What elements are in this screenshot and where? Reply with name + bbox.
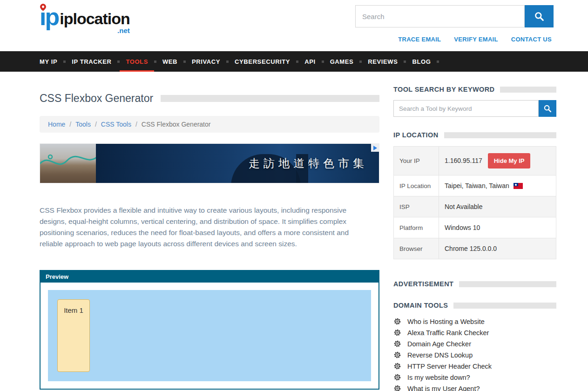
nav-item-blog[interactable]: BLOG xyxy=(406,51,437,72)
nav-item-cybersecurity[interactable]: CYBERSECURITY xyxy=(229,51,296,72)
heading-decoration-bar xyxy=(459,281,556,287)
ad-image-left xyxy=(40,144,96,183)
row-label: Your IP xyxy=(394,147,439,175)
trace-email-link[interactable]: TRACE EMAIL xyxy=(398,36,441,43)
table-row-isp: ISP Not Available xyxy=(394,196,556,217)
tool-description: CSS Flexbox provides a flexible and intu… xyxy=(40,205,368,249)
breadcrumb: Home / Tools / CSS Tools / CSS Flexbox G… xyxy=(40,116,379,133)
nav-item-my-ip[interactable]: MY IP xyxy=(34,51,63,72)
header-search-input[interactable] xyxy=(355,5,525,27)
table-row-ip-location: IP Location Taipei, Taiwan, Taiwan xyxy=(394,175,556,196)
logo-text: iplocation .net xyxy=(60,11,130,35)
ip-location-value: Taipei, Taiwan, Taiwan xyxy=(445,182,509,189)
advertisement-section: ADVERTISEMENT xyxy=(393,280,556,288)
domain-tool-link-user-agent[interactable]: What is my User Agent? xyxy=(407,385,480,391)
breadcrumb-home[interactable]: Home xyxy=(48,121,65,128)
nav-item-ip-tracker[interactable]: IP TRACKER xyxy=(66,51,117,72)
contact-us-link[interactable]: CONTACT US xyxy=(511,36,552,43)
preview-panel: Preview Item 1 xyxy=(40,270,379,390)
breadcrumb-tools[interactable]: Tools xyxy=(75,121,91,128)
heading-decoration-bar xyxy=(444,132,556,138)
gear-icon xyxy=(393,384,401,391)
domain-tool-link-domain-age[interactable]: Domain Age Checker xyxy=(407,340,471,348)
tool-search-button[interactable] xyxy=(539,100,556,117)
row-label: Browser xyxy=(394,238,439,259)
domain-tool-link-alexa-rank[interactable]: Alexa Traffic Rank Checker xyxy=(407,329,489,337)
row-label: IP Location xyxy=(394,175,439,196)
domain-tool-link-hosting[interactable]: Who is Hosting a Website xyxy=(407,318,485,325)
logo-tld-text: .net xyxy=(117,27,130,35)
heading-decoration-bar xyxy=(453,303,556,309)
location-pin-icon xyxy=(39,2,47,11)
nav-item-games[interactable]: GAMES xyxy=(324,51,360,72)
page-title: CSS Flexbox Generator xyxy=(40,92,153,105)
preview-title: Preview xyxy=(46,273,68,280)
ip-location-heading-row: IP LOCATION xyxy=(393,131,556,139)
gear-icon xyxy=(393,351,401,359)
hide-my-ip-button[interactable]: Hide My IP xyxy=(488,153,531,169)
flex-item-label: Item 1 xyxy=(64,306,83,314)
table-row-browser: Browser Chrome 125.0.0.0 xyxy=(394,238,556,259)
verify-email-link[interactable]: VERIFY EMAIL xyxy=(454,36,498,43)
breadcrumb-separator: / xyxy=(95,121,97,128)
row-value: 1.160.95.117Hide My IP xyxy=(439,147,556,175)
list-item: Is my website down? xyxy=(393,373,556,381)
ip-info-table: Your IP 1.160.95.117Hide My IP IP Locati… xyxy=(393,146,556,259)
sidebar: TOOL SEARCH BY KEYWORD IP LOCATION Your … xyxy=(393,86,556,391)
title-decoration-bar xyxy=(161,95,379,102)
advertisement-heading: ADVERTISEMENT xyxy=(393,280,453,288)
flexbox-preview-container: Item 1 xyxy=(48,290,371,381)
domain-tools-list: Who is Hosting a Website Alexa Traffic R… xyxy=(393,317,556,391)
preview-header: Preview xyxy=(41,271,378,283)
gear-icon xyxy=(393,317,401,325)
ad-headline: 走訪地道特色市集 xyxy=(249,156,368,171)
row-value: Taipei, Taiwan, Taiwan xyxy=(439,175,556,196)
ip-location-heading: IP LOCATION xyxy=(393,131,439,139)
domain-tool-link-http-header[interactable]: HTTP Server Header Check xyxy=(407,363,492,370)
nav-separator xyxy=(437,61,439,63)
domain-tools-heading: DOMAIN TOOLS xyxy=(393,302,448,309)
ad-choices-icon[interactable] xyxy=(371,144,379,152)
nav-item-reviews[interactable]: REVIEWS xyxy=(362,51,404,72)
ad-banner[interactable]: 走訪地道特色市集 xyxy=(40,143,379,183)
page-header: ip iplocation .net TRACE EMAIL VERIFY EM… xyxy=(0,0,588,51)
logo-name-text: iplocation xyxy=(60,11,130,27)
list-item: Reverse DNS Lookup xyxy=(393,351,556,359)
breadcrumb-separator: / xyxy=(69,121,71,128)
domain-tools-section: DOMAIN TOOLS Who is Hosting a Website xyxy=(393,302,556,391)
breadcrumb-css-tools[interactable]: CSS Tools xyxy=(101,121,131,128)
row-label: ISP xyxy=(394,196,439,217)
domain-tool-link-website-down[interactable]: Is my website down? xyxy=(407,374,470,381)
isp-value: Not Available xyxy=(439,196,556,217)
tool-search xyxy=(393,100,556,117)
site-logo[interactable]: ip iplocation .net xyxy=(40,5,130,35)
domain-tool-link-reverse-dns[interactable]: Reverse DNS Lookup xyxy=(407,351,473,359)
nav-item-api[interactable]: API xyxy=(298,51,321,72)
table-row-your-ip: Your IP 1.160.95.117Hide My IP xyxy=(394,147,556,175)
nav-item-web[interactable]: WEB xyxy=(156,51,183,72)
platform-value: Windows 10 xyxy=(439,217,556,238)
row-label: Platform xyxy=(394,217,439,238)
taiwan-flag-icon xyxy=(514,183,523,189)
flexbox-preview-item: Item 1 xyxy=(57,299,90,372)
list-item: What is my User Agent? xyxy=(393,384,556,391)
breadcrumb-current: CSS Flexbox Generator xyxy=(142,121,211,128)
heading-decoration-bar xyxy=(500,87,556,93)
advertisement-heading-row: ADVERTISEMENT xyxy=(393,280,556,288)
nav-item-tools[interactable]: TOOLS xyxy=(120,51,154,72)
list-item: Alexa Traffic Rank Checker xyxy=(393,329,556,337)
search-icon xyxy=(534,11,544,21)
your-ip-value: 1.160.95.117 xyxy=(445,157,482,164)
logo-ip-mark: ip xyxy=(40,5,58,29)
content-area: CSS Flexbox Generator Home / Tools / CSS… xyxy=(0,72,588,391)
gear-icon xyxy=(393,373,401,381)
header-search-button[interactable] xyxy=(525,5,554,27)
ad-chart-line-graphic xyxy=(40,147,96,175)
list-item: HTTP Server Header Check xyxy=(393,362,556,370)
ip-location-section: IP LOCATION Your IP 1.160.95.117Hide My … xyxy=(393,131,556,259)
breadcrumb-separator: / xyxy=(135,121,137,128)
tool-search-heading-row: TOOL SEARCH BY KEYWORD xyxy=(393,86,556,93)
nav-item-privacy[interactable]: PRIVACY xyxy=(186,51,226,72)
preview-body: Item 1 xyxy=(41,283,378,389)
tool-search-input[interactable] xyxy=(393,100,539,117)
